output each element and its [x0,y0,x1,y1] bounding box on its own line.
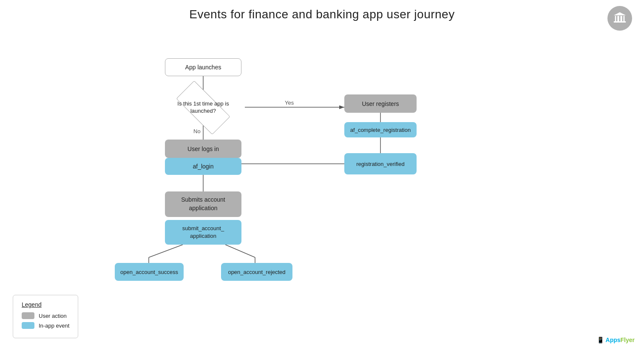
af-login-node: af_login [165,158,241,175]
legend: Legend User action In-app event [13,295,78,338]
diagram-area: No Yes App launches Is this 1st time app… [0,28,644,317]
submits-account-node: Submits account application [165,191,241,217]
legend-user-action-label: User action [39,313,67,319]
open-account-rejected-node: open_account_rejected [221,263,292,281]
appsflyer-logo: 📱 AppsFlyer [597,337,635,343]
svg-text:Yes: Yes [285,100,294,106]
page-title: Events for finance and banking app user … [0,0,644,21]
user-logs-in-node: User logs in [165,140,241,158]
bank-icon [607,6,632,31]
svg-line-11 [149,245,183,257]
af-complete-registration-node: af_complete_registration [344,122,417,137]
svg-line-13 [225,245,255,257]
app-launches-node: App launches [165,58,241,76]
open-account-success-node: open_account_success [115,263,184,281]
legend-in-app-event-label: In-app event [39,322,69,329]
registration-verified-node: registration_verified [344,153,417,174]
svg-text:No: No [193,128,201,134]
legend-swatch-blue [22,322,34,329]
arrows-svg: No Yes [0,28,644,317]
user-registers-node: User registers [344,94,417,113]
legend-user-action: User action [22,312,69,319]
first-time-diamond: Is this 1st time app is launched? [162,91,245,125]
submit-account-application-node: submit_account_ application [165,220,241,245]
legend-in-app-event: In-app event [22,322,69,329]
legend-swatch-gray [22,312,34,319]
legend-title: Legend [22,301,69,308]
